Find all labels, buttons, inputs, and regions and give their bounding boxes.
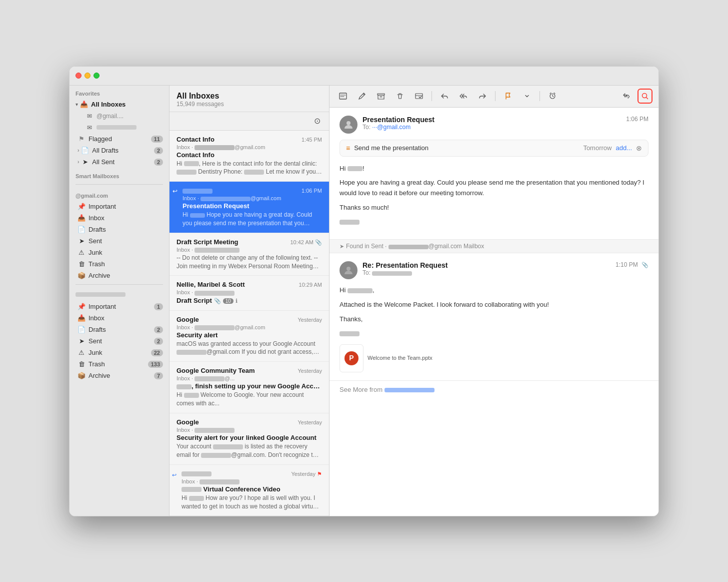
trash2-label: Trash	[88, 360, 148, 368]
detail-toolbar	[330, 86, 658, 108]
trash-toolbar-button[interactable]	[392, 89, 408, 104]
see-more-link[interactable]	[384, 386, 434, 393]
account2-item[interactable]: ✉	[72, 122, 167, 133]
reminder-text: Send me the presentation	[354, 144, 576, 152]
email-meta: Inbox · @gmail.com	[176, 195, 322, 201]
pptx-attachment[interactable]: P	[340, 344, 364, 372]
all-drafts-item[interactable]: › 📄 All Drafts 2	[72, 145, 167, 156]
email-meta: Inbox · @...	[176, 375, 322, 381]
junk2-item[interactable]: ⚠ Junk 22	[72, 347, 167, 358]
email-item[interactable]: Draft Script Meeting 10:42 AM 📎 Inbox · …	[170, 233, 329, 276]
junk2-badge: 22	[151, 349, 163, 356]
detail-body: Presentation Request To: ···@gmail.com 1…	[330, 108, 658, 516]
trash-item[interactable]: 🗑 Trash	[72, 259, 167, 270]
all-inboxes-label: All Inboxes	[91, 101, 126, 108]
sent-label: Sent	[88, 237, 163, 245]
reply-button[interactable]	[437, 89, 452, 104]
minimize-button[interactable]	[84, 73, 90, 79]
all-inboxes-item[interactable]: ▾ 📥 All Inboxes	[72, 99, 167, 110]
body-sign-1	[340, 217, 648, 228]
flagged-label: Flagged	[88, 135, 151, 143]
found-in-sent-text: Found in Sent · @gmail.com Mailbox	[346, 243, 484, 250]
new-compose-button[interactable]	[354, 89, 370, 104]
email-item[interactable]: Nellie, Maribel & Scott 10:29 AM Inbox ·…	[170, 276, 329, 310]
filter-button[interactable]: ⊙	[310, 114, 324, 128]
reminder-close-button[interactable]: ⊗	[636, 144, 642, 152]
divider1	[76, 184, 163, 185]
inbox-item[interactable]: 📥 Inbox	[72, 213, 167, 224]
svg-point-4	[346, 121, 350, 125]
message-subject-2: Re: Presentation Request	[362, 261, 616, 269]
traffic-lights	[76, 73, 100, 79]
archive2-label: Archive	[88, 372, 154, 379]
important-item[interactable]: 📌 Important	[72, 201, 167, 212]
email-list-title: All Inboxes	[176, 92, 322, 101]
move-toolbar-button[interactable]	[412, 89, 426, 104]
maximize-button[interactable]	[94, 73, 100, 79]
message-to-1: To: ···@gmail.com	[362, 124, 626, 131]
trash2-item[interactable]: 🗑 Trash 133	[72, 359, 167, 370]
drafts2-item[interactable]: 📄 Drafts 2	[72, 324, 167, 335]
email-item[interactable]: ↩ Yesterday ⚑ Inbox · Virtual Conference…	[170, 465, 329, 516]
drafts-item[interactable]: 📄 Drafts	[72, 224, 167, 235]
email-item[interactable]: Google Community Team Yesterday Inbox · …	[170, 362, 329, 413]
email-time: 1:45 PM	[302, 137, 322, 143]
email-sender: Nellie, Maribel & Scott	[176, 281, 245, 288]
email-list-header: All Inboxes 15,949 messages	[170, 86, 329, 112]
email-item[interactable]: Google Yesterday Inbox · @gmail.com Secu…	[170, 311, 329, 362]
flagged-item[interactable]: ⚑ Flagged 11	[72, 134, 167, 145]
message-subject-1: Presentation Request	[362, 116, 626, 124]
email-item[interactable]: Google Yesterday Inbox · Security alert …	[170, 413, 329, 465]
reminders-button[interactable]	[545, 89, 560, 104]
reminder-add[interactable]: add...	[616, 144, 632, 152]
forward-button[interactable]	[475, 89, 490, 104]
junk-label: Junk	[88, 249, 163, 256]
sent2-badge: 2	[154, 338, 163, 345]
important2-item[interactable]: 📌 Important 1	[72, 301, 167, 312]
attachment-preview[interactable]: P Welcome to the Team.pptx	[340, 344, 648, 372]
all-sent-label: All Sent	[92, 158, 154, 166]
junk2-label: Junk	[88, 349, 151, 356]
close-button[interactable]	[76, 73, 82, 79]
sent-arrow-icon: ➤	[340, 243, 344, 250]
junk-item[interactable]: ⚠ Junk	[72, 247, 167, 258]
body-greeting-2: Hi ,	[340, 285, 648, 296]
trash-icon: 🗑	[78, 260, 86, 268]
search-button[interactable]	[638, 89, 652, 104]
message-card-1: Presentation Request To: ···@gmail.com 1…	[330, 108, 658, 240]
message-to-2: To:	[362, 269, 616, 276]
email-meta: Inbox ·	[176, 289, 322, 295]
archive-item[interactable]: 📦 Archive	[72, 270, 167, 281]
sent2-label: Sent	[88, 337, 154, 345]
email-item[interactable]: ↩ 1:06 PM Inbox · @gmail.com Presentatio…	[170, 182, 329, 233]
reminder-when: Tomorrow	[583, 144, 612, 152]
body-thanks-1: Thanks so much!	[340, 203, 648, 213]
sent-item[interactable]: ➤ Sent	[72, 236, 167, 247]
sent2-item[interactable]: ➤ Sent 2	[72, 336, 167, 347]
gmail-account-item[interactable]: ✉ @gmail....	[72, 111, 167, 122]
archive2-item[interactable]: 📦 Archive 7	[72, 370, 167, 381]
all-sent-item[interactable]: › ➤ All Sent 2	[72, 157, 167, 168]
message-info-2: Re: Presentation Request To:	[362, 261, 616, 276]
email-preview: -- Do not delete or change any of the fo…	[176, 254, 322, 271]
chevron-right-icon: ›	[78, 148, 79, 153]
archive-toolbar-button[interactable]	[374, 89, 388, 104]
reply-all-button[interactable]	[456, 89, 471, 104]
smart-mailboxes-label: Smart Mailboxes	[70, 168, 169, 181]
compose-button[interactable]	[336, 89, 350, 104]
expand-icon[interactable]	[618, 89, 634, 104]
toolbar-divider	[432, 91, 432, 101]
email-time: Yesterday	[298, 368, 322, 374]
flag-button[interactable]	[500, 89, 516, 104]
email-subject: Draft Script	[176, 297, 212, 304]
message-body-2: Hi , Attached is the Welcome Packet. I l…	[340, 285, 648, 372]
flag-dropdown-button[interactable]	[520, 89, 534, 104]
attachment-indicator-icon: 📎	[642, 262, 648, 268]
email-item[interactable]: Contact Info 1:45 PM Inbox · @gmail.com …	[170, 131, 329, 182]
email-sender: Google	[176, 316, 199, 323]
email-list-panel: All Inboxes 15,949 messages ⊙ Contact In…	[170, 86, 330, 516]
important2-label: Important	[88, 303, 154, 310]
inbox2-item[interactable]: 📥 Inbox	[72, 313, 167, 324]
inbox2-label: Inbox	[88, 314, 163, 322]
to-email-1: ···@gmail.com	[372, 124, 410, 131]
